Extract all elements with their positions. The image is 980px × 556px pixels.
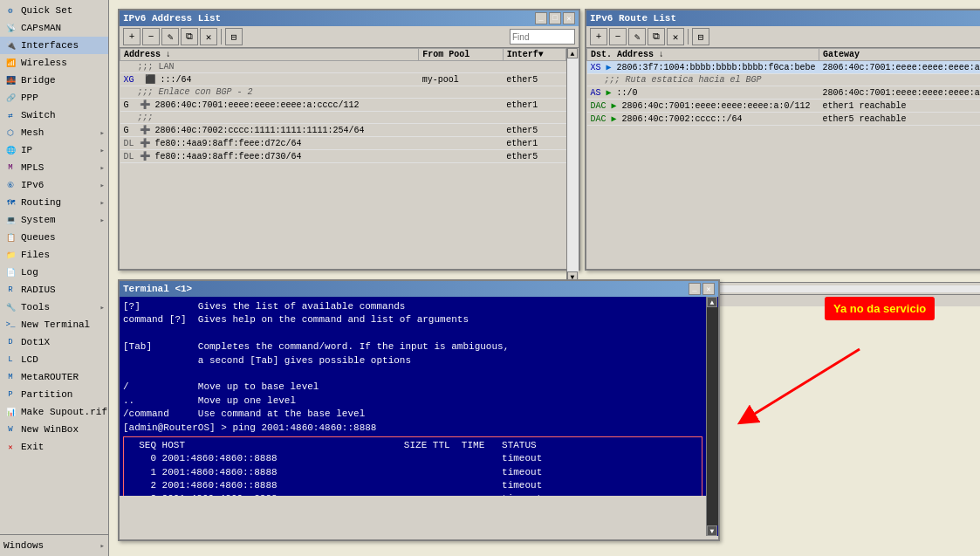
sidebar-item-label: RADIUS xyxy=(21,285,56,295)
sidebar-item-bridge[interactable]: 🌉 Bridge xyxy=(0,72,108,89)
terminal-line: command [?] Gives help on the command an… xyxy=(123,313,702,326)
scroll-up-button[interactable]: ▲ xyxy=(567,48,578,58)
address-list-body: Address ↓ From Pool Interf▼ ;;; LAN XG ⬛… xyxy=(120,48,579,306)
table-row[interactable]: AS ▶ ::/0 2806:40c:7001:eeee:eeee:eeee:a… xyxy=(587,86,981,100)
copy-button[interactable]: ⧉ xyxy=(181,28,198,45)
sidebar-item-ppp[interactable]: 🔗 PPP xyxy=(0,89,108,106)
table-row[interactable]: XS ▶ 2806:3f7:1004:bbbb:bbbb:bbbb:f0ca:b… xyxy=(587,61,981,74)
sidebar-item-mesh[interactable]: ⬡ Mesh ▸ xyxy=(0,124,108,141)
table-row[interactable]: XG ⬛ :::/64 my-pool ether5 xyxy=(120,73,566,86)
table-row[interactable]: DAC ▶ 2806:40c:7002:cccc::/64 ether5 rea… xyxy=(587,113,981,126)
main-content: IPv6 Address List _ □ ✕ + − ✎ ⧉ ✕ ⊟ xyxy=(109,0,980,556)
chevron-right-icon-routing: ▸ xyxy=(100,198,105,208)
sidebar-item-radius[interactable]: R RADIUS xyxy=(0,281,108,299)
ipv6-route-list-window: IPv6 Route List _ □ ✕ + − ✎ ⧉ ✕ ⊟ xyxy=(585,9,980,271)
terminal-scroll-up[interactable]: ▲ xyxy=(707,297,717,307)
table-row[interactable]: G ➕ 2806:40c:7001:eeee:eeee:eeee:a:cccc/… xyxy=(120,99,566,112)
sidebar-item-interfaces[interactable]: 🔌 Interfaces xyxy=(0,37,108,54)
col-from-pool[interactable]: From Pool xyxy=(419,49,503,61)
chevron-right-icon-windows: ▸ xyxy=(100,541,105,551)
ping-header-line: SEQ HOST SIZE TTL TIME STATUS xyxy=(127,439,698,452)
vertical-scrollbar[interactable]: ▲ ▼ xyxy=(566,48,579,282)
new-winbox-icon: W xyxy=(3,422,17,436)
sidebar-item-windows[interactable]: Windows ▸ xyxy=(0,539,108,553)
remove-icon: − xyxy=(615,31,621,42)
terminal-scroll-down[interactable]: ▼ xyxy=(707,525,717,536)
radius-icon: R xyxy=(3,283,17,297)
terminal-close-button[interactable]: ✕ xyxy=(702,283,715,295)
minimize-button[interactable]: _ xyxy=(535,12,547,24)
route-copy-button[interactable]: ⧉ xyxy=(648,28,665,45)
table-row[interactable]: DL ➕ fe80::4aa9:8aff:feee:d72c/64 ether1 xyxy=(120,137,566,150)
sidebar-item-quickset[interactable]: ⚙ Quick Set xyxy=(0,2,108,19)
col-gateway[interactable]: Gateway xyxy=(819,49,980,61)
terminal-output[interactable]: [?] Gives the list of available commands… xyxy=(120,297,706,496)
sidebar-item-label: IPv6 xyxy=(21,180,44,190)
col-interface[interactable]: Interf▼ xyxy=(503,49,565,61)
sidebar-item-label: IP xyxy=(21,145,32,155)
filter-button[interactable]: ⊟ xyxy=(225,28,243,45)
terminal-vertical-scrollbar[interactable]: ▲ ▼ xyxy=(706,297,718,536)
close-button[interactable]: ✕ xyxy=(563,12,575,24)
terminal-scroll-track[interactable] xyxy=(707,307,718,525)
table-row[interactable]: DAC ▶ 2806:40c:7001:eeee:eeee:eeee:a:0/1… xyxy=(587,100,981,113)
scroll-track[interactable] xyxy=(567,58,579,271)
sidebar-item-exit[interactable]: ✕ Exit xyxy=(0,438,108,456)
sidebar-item-dot1x[interactable]: D Dot1X xyxy=(0,333,108,351)
annotation-text: Ya no da servicio xyxy=(833,302,926,315)
sidebar-item-label: Make Supout.rif xyxy=(21,407,107,417)
find-container xyxy=(510,29,575,45)
chevron-right-icon-system: ▸ xyxy=(100,216,105,225)
sidebar-item-ipv6[interactable]: ⑥ IPv6 ▸ xyxy=(0,176,108,194)
table-container: Address ↓ From Pool Interf▼ ;;; LAN XG ⬛… xyxy=(120,48,566,282)
sidebar-item-files[interactable]: 📁 Files xyxy=(0,246,108,264)
remove-button[interactable]: − xyxy=(142,28,160,45)
table-row[interactable]: G ➕ 2806:40c:7002:cccc:1111:1111:1111:25… xyxy=(120,124,566,137)
terminal-body: [?] Gives the list of available commands… xyxy=(120,297,718,536)
minimize-icon: _ xyxy=(538,14,543,23)
sidebar-item-wireless[interactable]: 📶 Wireless xyxy=(0,54,108,72)
chevron-right-icon-mpls: ▸ xyxy=(100,163,105,173)
col-address[interactable]: Address ↓ xyxy=(120,49,419,61)
sidebar-item-metarouter[interactable]: M MetaROUTER xyxy=(0,368,108,386)
tools-icon: 🔧 xyxy=(3,300,17,314)
maximize-button[interactable]: □ xyxy=(549,12,561,24)
route-remove-button[interactable]: − xyxy=(609,28,627,45)
route-add-button[interactable]: + xyxy=(590,28,607,45)
ipv6-address-list-titlebar: IPv6 Address List _ □ ✕ xyxy=(120,10,579,26)
sidebar-item-label: Log xyxy=(21,267,38,278)
sidebar-item-routing[interactable]: 🗺 Routing ▸ xyxy=(0,194,108,211)
terminal-minimize-button[interactable]: _ xyxy=(689,283,701,295)
sidebar-item-switch[interactable]: ⇄ Switch xyxy=(0,106,108,124)
sidebar-item-new-terminal[interactable]: >_ New Terminal xyxy=(0,316,108,333)
sidebar-item-label: Interfaces xyxy=(21,40,79,51)
table-row[interactable]: DL ➕ fe80::4aa9:8aff:feee:d730/64 ether5 xyxy=(120,150,566,163)
window-controls: _ □ ✕ xyxy=(535,12,575,24)
delete-button[interactable]: ✕ xyxy=(200,28,217,45)
sidebar-item-make-supout[interactable]: 📊 Make Supout.rif xyxy=(0,403,108,421)
sidebar-item-lcd[interactable]: L LCD xyxy=(0,351,108,368)
find-input[interactable] xyxy=(510,29,575,45)
add-button[interactable]: + xyxy=(123,28,140,45)
route-edit-button[interactable]: ✎ xyxy=(628,28,646,45)
sidebar-item-new-winbox[interactable]: W New WinBox xyxy=(0,421,108,438)
edit-button[interactable]: ✎ xyxy=(161,28,179,45)
sidebar-item-label: Mesh xyxy=(21,127,44,138)
route-filter-button[interactable]: ⊟ xyxy=(692,28,709,45)
sidebar-item-capsman[interactable]: 📡 CAPsMAN xyxy=(0,19,108,37)
sidebar-item-label: Partition xyxy=(21,389,72,400)
route-table-container: Dst. Address ↓ Gateway XS ▶ 2806:3f7:100… xyxy=(586,48,980,282)
sidebar-item-mpls[interactable]: M MPLS ▸ xyxy=(0,159,108,176)
sidebar-item-tools[interactable]: 🔧 Tools ▸ xyxy=(0,299,108,316)
sidebar-item-queues[interactable]: 📋 Queues xyxy=(0,229,108,246)
filter-icon: ⊟ xyxy=(698,31,704,43)
sidebar-item-system[interactable]: 💻 System ▸ xyxy=(0,211,108,229)
terminal-line: [admin@RouterOS] > ping 2001:4860:4860::… xyxy=(123,422,702,435)
route-delete-button[interactable]: ✕ xyxy=(667,28,684,45)
sidebar-bottom: Windows ▸ xyxy=(0,534,108,556)
sidebar-item-ip[interactable]: 🌐 IP ▸ xyxy=(0,141,108,159)
col-dst-address[interactable]: Dst. Address ↓ xyxy=(587,49,819,61)
ping-result-line: 0 2001:4860:4860::8888 timeout xyxy=(127,452,698,465)
sidebar-item-partition[interactable]: P Partition xyxy=(0,386,108,403)
sidebar-item-log[interactable]: 📄 Log xyxy=(0,264,108,281)
